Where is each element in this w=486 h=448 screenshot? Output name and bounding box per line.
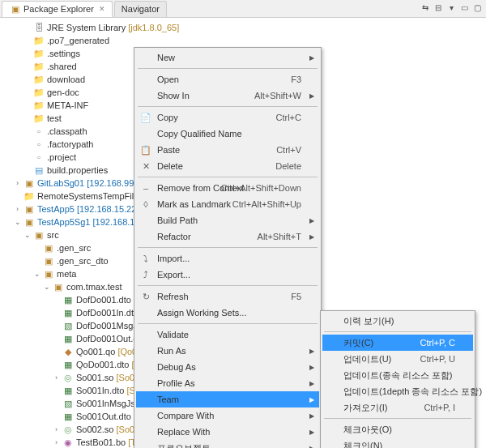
tree-item-label: .classpath xyxy=(47,126,87,136)
menu-item[interactable]: 업데이트(종속 리소스 포함) xyxy=(322,367,473,383)
menu-item[interactable]: Run As▶ xyxy=(136,343,319,359)
menu-item[interactable]: New▶ xyxy=(136,49,319,66)
menu-item-label: Profile As xyxy=(157,378,194,388)
tree-twisty-icon[interactable]: › xyxy=(13,179,22,188)
menu-item[interactable]: Debug As▶ xyxy=(136,359,319,375)
menu-item-label: Import... xyxy=(157,254,190,263)
menu-item-icon: ◊ xyxy=(139,199,152,209)
menu-item-label: Replace With xyxy=(157,427,210,437)
gen-icon: ▫ xyxy=(32,139,45,150)
menu-item[interactable]: 체크인(N) xyxy=(322,437,473,448)
menu-item[interactable]: Profile As▶ xyxy=(136,375,319,391)
tab-navigator[interactable]: Navigator xyxy=(114,1,167,17)
menu-item[interactable]: Copy Qualified Name xyxy=(136,126,319,142)
menu-item[interactable]: ⤴Export... xyxy=(136,267,319,283)
menu-item[interactable]: 체크아웃(O) xyxy=(322,421,473,437)
menu-item[interactable]: Assign Working Sets... xyxy=(136,305,319,321)
tree-twisty-icon[interactable]: › xyxy=(13,205,22,214)
tree-twisty-icon[interactable]: ⌄ xyxy=(32,270,41,279)
menu-item[interactable]: Compare With▶ xyxy=(136,407,319,424)
maximize-icon[interactable]: ▢ xyxy=(471,2,483,13)
menu-item-label: Mark as Landmark xyxy=(157,199,231,209)
msg-icon: ▧ xyxy=(62,398,75,409)
menu-item[interactable]: Team▶ xyxy=(136,391,319,407)
menu-item-shortcut: F5 xyxy=(291,292,301,301)
menu-item-label: Delete xyxy=(157,161,183,171)
menu-item[interactable]: 커밋(C)Ctrl+P, C xyxy=(322,335,473,351)
menu-item[interactable]: ↻RefreshF5 xyxy=(136,288,319,305)
menu-item[interactable]: 📋PasteCtrl+V xyxy=(136,142,319,158)
tree-twisty-icon[interactable]: › xyxy=(52,438,61,447)
menu-item[interactable]: 프로오브젝트▶ xyxy=(136,440,319,448)
tree-twisty-icon[interactable]: › xyxy=(52,425,61,434)
pkg-icon: ▣ xyxy=(42,255,55,267)
tree-twisty-icon[interactable]: ⌄ xyxy=(42,283,51,292)
folder-icon: 📁 xyxy=(32,48,45,59)
minimize-icon[interactable]: ▭ xyxy=(458,2,470,13)
menu-item[interactable]: OpenF3 xyxy=(136,71,319,87)
menu-item[interactable]: Replace With▶ xyxy=(136,424,319,440)
tree-twisty-icon[interactable]: › xyxy=(52,373,61,382)
pkg-icon: ▣ xyxy=(32,229,45,241)
tree-twisty-icon[interactable]: ⌄ xyxy=(23,231,32,240)
menu-item[interactable]: Validate xyxy=(136,326,319,343)
menu-item-shortcut: Alt+Shift+W xyxy=(254,91,301,100)
tree-item[interactable]: 📁.po7_generated xyxy=(3,34,486,47)
menu-item-icon: 📄 xyxy=(139,113,152,123)
menu-item[interactable]: 가져오기(I)Ctrl+P, I xyxy=(322,399,473,416)
tree-item[interactable]: 🗄JRE System Library [jdk1.8.0_65] xyxy=(3,21,486,34)
close-icon[interactable]: ✕ xyxy=(99,5,105,13)
menu-item-shortcut: Delete xyxy=(275,161,301,171)
folder-icon: 📁 xyxy=(32,113,45,124)
so-icon: ◎ xyxy=(62,372,75,383)
menu-item-icon: ✕ xyxy=(139,161,152,172)
jar-icon: 🗄 xyxy=(32,22,45,33)
menu-item[interactable]: ⤵Import... xyxy=(136,250,319,267)
tree-item-label: META-INF xyxy=(47,100,88,110)
tree-twisty-icon xyxy=(32,244,41,253)
menu-item-label: Compare With xyxy=(157,411,214,420)
submenu-arrow-icon: ▶ xyxy=(309,92,314,100)
tree-twisty-icon xyxy=(52,296,61,305)
menu-item-label: 커밋(C) xyxy=(343,337,373,349)
pkg-icon: ▣ xyxy=(23,177,36,189)
menu-item[interactable]: 업데이트(1depth 종속 리소스 포함) xyxy=(322,383,473,399)
menu-item[interactable]: RefactorAlt+Shift+T ▶ xyxy=(136,228,319,245)
tree-twisty-icon xyxy=(23,36,32,45)
menu-item-label: Debug As xyxy=(157,362,196,372)
menu-item[interactable]: 업데이트(U)Ctrl+P, U xyxy=(322,351,473,367)
tab-package-explorer[interactable]: ▣ Package Explorer ✕ xyxy=(2,1,113,17)
view-toolbar: ⇆ ⊟ ▾ ▭ ▢ xyxy=(420,2,483,13)
tree-item-label: RemoteSystemsTempFiles xyxy=(37,191,143,201)
menu-item[interactable]: Show InAlt+Shift+W ▶ xyxy=(136,87,319,104)
submenu-arrow-icon: ▶ xyxy=(309,233,314,241)
menu-item[interactable]: 📄CopyCtrl+C xyxy=(136,109,319,126)
submenu-arrow-icon: ▶ xyxy=(309,217,314,224)
msg-icon: ▧ xyxy=(62,320,75,331)
menu-item-label: 가져오기(I) xyxy=(343,402,387,414)
collapse-all-icon[interactable]: ⊟ xyxy=(433,2,444,13)
dto-icon: ▦ xyxy=(62,333,75,344)
team-submenu[interactable]: 이력 보기(H)커밋(C)Ctrl+P, C업데이트(U)Ctrl+P, U업데… xyxy=(320,310,475,448)
menu-separator xyxy=(138,247,318,248)
menu-item-shortcut: Alt+Shift+T xyxy=(258,232,301,241)
context-menu[interactable]: New▶OpenF3Show InAlt+Shift+W ▶📄CopyCtrl+… xyxy=(134,47,322,448)
menu-separator xyxy=(138,68,318,69)
tree-twisty-icon[interactable]: ⌄ xyxy=(13,218,22,227)
menu-item-label: 업데이트(1depth 종속 리소스 포함) xyxy=(343,386,482,398)
menu-item[interactable]: Build Path▶ xyxy=(136,212,319,228)
submenu-arrow-icon: ▶ xyxy=(309,364,314,371)
view-menu-icon[interactable]: ▾ xyxy=(446,2,457,13)
tree-twisty-icon xyxy=(52,399,61,408)
menu-item-label: Copy Qualified Name xyxy=(157,129,242,139)
folder-icon: 📁 xyxy=(32,61,45,72)
menu-item-label: Refresh xyxy=(157,292,189,301)
menu-item[interactable]: ✕DeleteDelete xyxy=(136,158,319,174)
tab-label: Package Explorer xyxy=(23,4,94,14)
link-with-editor-icon[interactable]: ⇆ xyxy=(420,2,431,13)
pkg-icon: ▣ xyxy=(52,281,65,292)
menu-item-label: Export... xyxy=(157,270,190,279)
folder-icon: 📁 xyxy=(32,87,45,98)
tree-item-label: JRE System Library [jdk1.8.0_65] xyxy=(47,23,179,32)
tree-item-label: download xyxy=(47,75,85,84)
